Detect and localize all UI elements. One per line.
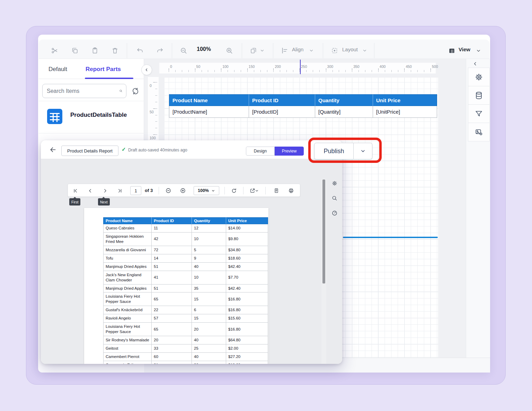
- ruler-label: 400: [380, 64, 386, 69]
- first-page-icon[interactable]: [71, 187, 79, 194]
- panel-divider: [39, 133, 144, 133]
- layout-chevron-icon[interactable]: [362, 45, 368, 56]
- design-table-field-cell[interactable]: [ProductName]: [169, 106, 249, 118]
- preview-table-cell: $42.40: [226, 284, 268, 292]
- duplicate-chevron-icon[interactable]: [259, 45, 265, 56]
- delete-icon[interactable]: [109, 45, 121, 56]
- redo-icon[interactable]: [154, 45, 166, 56]
- table-guide-line: [343, 237, 438, 238]
- preview-col-header: Quantity: [192, 218, 226, 224]
- design-table-header[interactable]: Unit Price: [373, 94, 437, 106]
- paste-icon[interactable]: [89, 45, 100, 56]
- search-input[interactable]: [46, 88, 119, 95]
- ruler-tick: [273, 68, 274, 72]
- ruler-tick: [431, 68, 431, 72]
- tooltip-first: First: [69, 198, 80, 206]
- back-arrow-icon[interactable]: [50, 146, 56, 153]
- design-preview-toggle: Design Preview: [246, 147, 304, 156]
- table-grid-icon: [47, 109, 62, 124]
- align-icon[interactable]: [279, 45, 290, 56]
- viewer-gauge-icon[interactable]: [331, 210, 338, 216]
- design-table-header[interactable]: Product ID: [249, 94, 315, 106]
- design-tab[interactable]: Design: [246, 147, 275, 156]
- publish-button[interactable]: Publish: [314, 143, 354, 159]
- last-page-icon[interactable]: [116, 187, 124, 194]
- preview-table-cell: 41: [152, 271, 192, 284]
- image-settings-button[interactable]: [468, 123, 490, 141]
- tab-default[interactable]: Default: [48, 66, 67, 73]
- align-label[interactable]: Align: [292, 46, 303, 52]
- ruler-label: 0: [150, 84, 152, 88]
- preview-table-cell: 14: [152, 254, 192, 262]
- scrollbar-thumb[interactable]: [322, 180, 325, 283]
- preview-table-cell: Tofu: [104, 254, 152, 262]
- viewer-gear-icon[interactable]: [331, 180, 338, 186]
- viewer-search-icon[interactable]: [331, 195, 338, 201]
- preview-table-cell: 11: [152, 224, 192, 233]
- preview-tab[interactable]: Preview: [275, 147, 304, 156]
- tab-report-parts[interactable]: Report Parts: [86, 66, 121, 73]
- preview-col-header: Unit Price: [226, 218, 268, 224]
- ruler-tick: [153, 82, 157, 82]
- design-table-header[interactable]: Product Name: [169, 94, 249, 106]
- previous-page-icon[interactable]: [86, 187, 94, 194]
- toolbar-separator: [273, 43, 273, 58]
- publish-dropdown-button[interactable]: [354, 143, 372, 159]
- design-table-header[interactable]: Quantity: [315, 94, 373, 106]
- design-table-field-cell[interactable]: [Quantity]: [315, 106, 373, 118]
- align-chevron-icon[interactable]: [308, 45, 314, 56]
- ruler-label: 50: [196, 64, 201, 69]
- copy-icon[interactable]: [69, 45, 80, 56]
- zoom-out-circle-icon[interactable]: [164, 187, 172, 194]
- design-table-field-cell[interactable]: [UnitPrice]: [373, 106, 437, 118]
- preview-table-cell: 15: [192, 314, 226, 323]
- export-icon[interactable]: [248, 187, 260, 194]
- view-label[interactable]: View: [459, 46, 470, 52]
- autosave-check-icon: ✓: [122, 146, 126, 152]
- zoom-out-icon[interactable]: [178, 45, 189, 56]
- filter-icon: [475, 110, 483, 118]
- preview-table-cell: 20: [192, 361, 226, 364]
- preview-table-cell: 35: [192, 284, 226, 292]
- layout-icon[interactable]: [329, 45, 340, 56]
- undo-icon[interactable]: [134, 45, 145, 56]
- report-part-item[interactable]: ProductDetailsTable: [70, 112, 127, 119]
- zoom-in-icon[interactable]: [224, 45, 235, 56]
- ruler-tick: [195, 68, 195, 72]
- preview-table-cell: 9: [192, 254, 226, 262]
- preview-table-row: Mozzarella di Giovanni725$34.80: [104, 246, 268, 254]
- cut-icon[interactable]: [49, 45, 60, 56]
- pager-separator: [265, 187, 266, 194]
- page-number-input[interactable]: 1: [130, 186, 141, 195]
- preview-table-cell: $27.20: [226, 352, 268, 361]
- duplicate-icon[interactable]: [248, 45, 259, 56]
- preview-table-cell: 42: [152, 232, 192, 246]
- preview-header: Product Details Report ✓ Draft auto-save…: [41, 140, 342, 159]
- refresh-report-icon[interactable]: [230, 187, 238, 194]
- view-chevron-icon[interactable]: [475, 45, 481, 56]
- ruler-tick: [378, 68, 379, 72]
- zoom-in-circle-icon[interactable]: [179, 187, 187, 194]
- data-button[interactable]: [468, 86, 490, 105]
- print-icon[interactable]: [287, 187, 295, 194]
- preview-scrollbar[interactable]: [321, 179, 326, 364]
- next-page-icon[interactable]: [101, 187, 109, 194]
- preview-table-row: Queso Cabrales1112$14.00: [104, 224, 268, 233]
- preview-table-row: Gustaf's Knäckebröd226$16.80: [104, 306, 268, 314]
- ruler-label: 100: [150, 136, 156, 140]
- document-icon[interactable]: [272, 187, 281, 194]
- preview-col-header: Product Name: [104, 218, 152, 224]
- ruler-tick: [169, 68, 169, 72]
- panel-collapse-button[interactable]: [141, 64, 152, 75]
- preview-zoom-select[interactable]: 100%: [194, 186, 219, 195]
- design-table-field-cell[interactable]: [ProductID]: [249, 106, 315, 118]
- view-icon[interactable]: [446, 45, 457, 56]
- filter-button[interactable]: [468, 104, 490, 123]
- chevron-down-icon: [360, 148, 366, 154]
- layout-label[interactable]: Layout: [342, 46, 358, 52]
- refresh-icon[interactable]: [130, 86, 141, 96]
- sidebar-collapse-icon[interactable]: [472, 61, 479, 67]
- properties-gear-button[interactable]: [468, 68, 490, 86]
- report-title-box[interactable]: Product Details Report: [61, 146, 118, 156]
- preview-table-cell: Geitost: [104, 344, 152, 353]
